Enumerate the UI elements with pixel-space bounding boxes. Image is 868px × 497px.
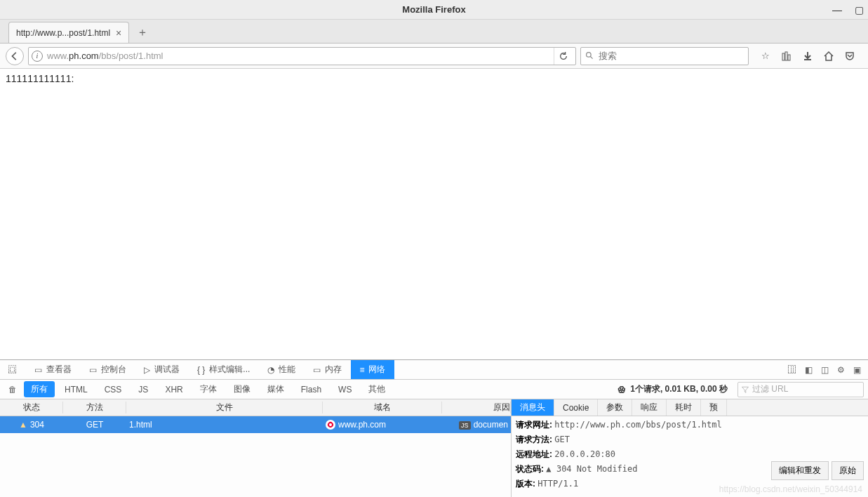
devtools-picker[interactable]: ⿴ (0, 360, 26, 379)
network-filterbar: 🗑 所有 HTML CSS JS XHR 字体 图像 媒体 Flash WS 其… (0, 380, 868, 399)
window-title: Mozilla Firefox (402, 4, 465, 15)
insecure-icon (326, 420, 335, 430)
library-icon[interactable] (781, 51, 792, 62)
detail-method: 请求方法: GET (516, 434, 864, 446)
detail-tab-params[interactable]: 参数 (598, 399, 632, 416)
col-method[interactable]: 方法 (63, 402, 126, 413)
request-summary: 🏵 1个请求, 0.01 KB, 0.00 秒 过滤 URL (617, 382, 864, 397)
svg-rect-4 (788, 55, 790, 60)
url-display: www.ph.com/bbs/post/1.html (47, 51, 163, 61)
responsive-mode-icon[interactable]: ⿲ (788, 365, 796, 375)
back-arrow-icon (10, 51, 20, 61)
address-bar[interactable]: i www.ph.com/bbs/post/1.html (28, 47, 576, 65)
request-list: 状态 方法 文件 域名 原因 ▲304 GET 1.html www.ph.co… (0, 399, 511, 497)
har-icon[interactable]: 🏵 (617, 385, 626, 395)
nav-toolbar: i www.ph.com/bbs/post/1.html ☆ (0, 44, 868, 69)
status-warn-icon: ▲ (546, 464, 551, 474)
svg-point-0 (587, 53, 592, 58)
close-tab-icon[interactable]: × (116, 27, 121, 39)
js-badge-icon: JS (459, 421, 471, 430)
detail-tab-cookies[interactable]: Cookie (554, 399, 598, 416)
close-devtools-icon[interactable]: ▣ (853, 365, 861, 375)
filter-url-input[interactable]: 过滤 URL (737, 382, 864, 397)
site-info-icon[interactable]: i (32, 51, 43, 62)
edit-resend-button[interactable]: 编辑和重发 (771, 461, 829, 480)
tab-network[interactable]: ≡网络 (351, 360, 394, 379)
col-cause[interactable]: 原因 (442, 402, 511, 413)
svg-line-1 (590, 56, 592, 58)
minimize-icon[interactable]: ― (832, 4, 842, 15)
back-button[interactable] (6, 47, 24, 65)
tab-performance[interactable]: ◔性能 (259, 360, 305, 379)
bookmark-star-icon[interactable]: ☆ (760, 51, 771, 62)
search-icon (585, 51, 594, 60)
request-row[interactable]: ▲304 GET 1.html www.ph.com JSdocumen (0, 416, 511, 433)
svg-rect-3 (785, 52, 787, 60)
new-tab-button[interactable]: ＋ (133, 23, 152, 41)
browser-tab[interactable]: http://www.p...post/1.html × (8, 22, 129, 43)
search-input[interactable] (599, 51, 744, 61)
detail-tab-response[interactable]: 响应 (632, 399, 667, 416)
filter-flash[interactable]: Flash (294, 383, 328, 397)
request-list-header: 状态 方法 文件 域名 原因 (0, 399, 511, 416)
devtools-toolbar: ⿴ ▭查看器 ▭控制台 ▷调试器 { }样式编辑... ◔性能 ▭内存 ≡网络 … (0, 360, 868, 380)
raw-button[interactable]: 原始 (832, 461, 864, 480)
reload-button[interactable] (554, 48, 573, 65)
col-file[interactable]: 文件 (126, 402, 323, 413)
home-icon[interactable] (823, 51, 834, 62)
status-warn-icon: ▲ (19, 420, 27, 430)
svg-rect-2 (782, 53, 784, 60)
tab-bar: http://www.p...post/1.html × ＋ (0, 20, 868, 44)
filter-other[interactable]: 其他 (361, 381, 392, 397)
detail-url: 请求网址: http://www.ph.com/bbs/post/1.html (516, 419, 864, 431)
filter-fonts[interactable]: 字体 (193, 381, 224, 397)
filter-all[interactable]: 所有 (24, 381, 55, 397)
search-bar[interactable] (580, 47, 749, 65)
request-details: 消息头 Cookie 参数 响应 耗时 预 请求网址: http://www.p… (511, 399, 868, 497)
filter-xhr[interactable]: XHR (158, 383, 189, 397)
reload-icon (559, 51, 568, 61)
detail-tab-headers[interactable]: 消息头 (512, 399, 554, 416)
filter-css[interactable]: CSS (98, 383, 129, 397)
filter-icon (741, 385, 749, 394)
tab-memory[interactable]: ▭内存 (305, 360, 351, 379)
devtools-panel: ⿴ ▭查看器 ▭控制台 ▷调试器 { }样式编辑... ◔性能 ▭内存 ≡网络 … (0, 359, 868, 497)
dock-side-icon[interactable]: ◧ (805, 365, 813, 375)
tab-console[interactable]: ▭控制台 (81, 360, 135, 379)
tab-title: http://www.p...post/1.html (16, 28, 110, 38)
dock-window-icon[interactable]: ◫ (821, 365, 829, 375)
tab-inspector[interactable]: ▭查看器 (26, 360, 81, 379)
page-content: 111111111111: (0, 69, 868, 359)
filter-html[interactable]: HTML (58, 383, 95, 397)
page-text: 111111111111: (6, 73, 74, 84)
filter-images[interactable]: 图像 (227, 381, 258, 397)
detail-tab-preview[interactable]: 预 (701, 399, 727, 416)
clear-button[interactable]: 🗑 (4, 385, 21, 395)
downloads-icon[interactable] (802, 51, 813, 62)
tab-debugger[interactable]: ▷调试器 (135, 360, 189, 379)
detail-tab-timings[interactable]: 耗时 (667, 399, 701, 416)
settings-icon[interactable]: ⚙ (837, 365, 845, 375)
pocket-icon[interactable] (844, 51, 855, 62)
watermark-text: https://blog.csdn.net/weixin_50344914 (719, 484, 862, 494)
detail-remote: 远程地址: 20.0.0.20:80 (516, 449, 864, 460)
filter-ws[interactable]: WS (331, 383, 359, 397)
maximize-icon[interactable]: ▢ (855, 4, 864, 15)
filter-media[interactable]: 媒体 (260, 381, 291, 397)
tab-styles[interactable]: { }样式编辑... (189, 360, 259, 379)
col-domain[interactable]: 域名 (323, 402, 442, 413)
filter-js[interactable]: JS (131, 383, 155, 397)
col-status[interactable]: 状态 (0, 402, 63, 413)
window-titlebar: Mozilla Firefox ― ▢ (0, 0, 868, 20)
